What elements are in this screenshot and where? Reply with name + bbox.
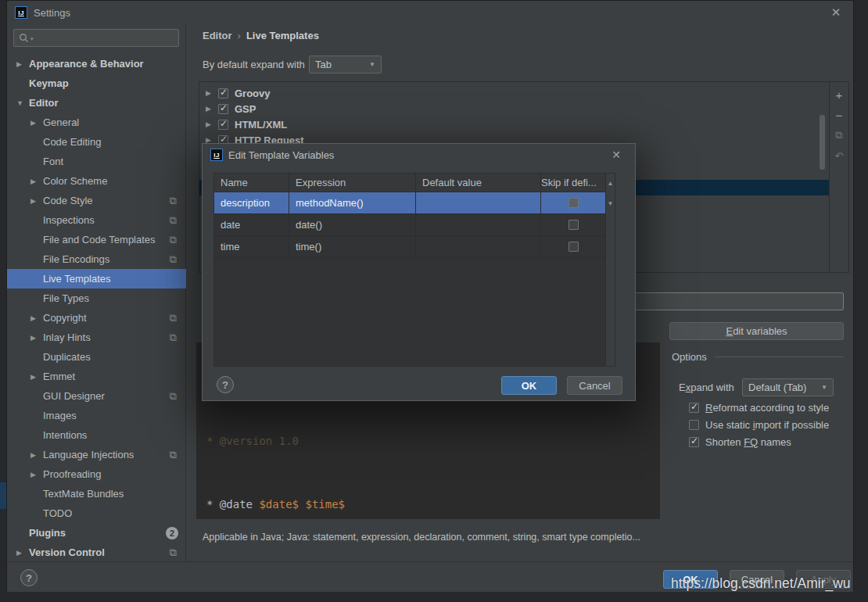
- edit-variables-button[interactable]: Edit variables: [669, 322, 844, 340]
- table-scrollbar[interactable]: ▲ ▼: [605, 174, 615, 366]
- options-section-title: Options: [672, 351, 707, 363]
- remove-icon[interactable]: −: [832, 107, 846, 123]
- sidebar-item-editor[interactable]: Editor: [7, 93, 186, 113]
- template-group-html-xml[interactable]: HTML/XML: [199, 116, 829, 132]
- breadcrumb-editor[interactable]: Editor: [203, 30, 232, 41]
- column-header-default-value[interactable]: Default value: [416, 174, 541, 192]
- chevron-right-icon[interactable]: [206, 105, 218, 113]
- column-header-skip[interactable]: Skip if defi...: [541, 174, 605, 192]
- duplicate-icon[interactable]: ⧉: [832, 127, 846, 143]
- sidebar-item-label: Intentions: [43, 429, 87, 441]
- shareable-settings-icon: ⧉: [170, 234, 177, 246]
- cell-default-value[interactable]: [416, 192, 541, 213]
- cell-default-value[interactable]: [416, 236, 541, 257]
- cell-expression[interactable]: date(): [289, 214, 416, 235]
- shareable-settings-icon: ⧉: [170, 449, 177, 461]
- template-group-groovy[interactable]: Groovy: [199, 85, 829, 101]
- chevron-right-icon[interactable]: [206, 120, 218, 128]
- chevron-right-icon[interactable]: [30, 471, 43, 478]
- close-icon[interactable]: ✕: [828, 5, 844, 20]
- sidebar-item-todo[interactable]: TODO: [7, 503, 186, 523]
- sidebar-item-inspections[interactable]: Inspections⧉: [7, 210, 186, 230]
- help-icon[interactable]: ?: [217, 376, 234, 393]
- skip-checkbox[interactable]: [569, 242, 579, 252]
- sidebar-item-plugins[interactable]: Plugins2: [7, 523, 186, 543]
- help-icon[interactable]: ?: [20, 569, 38, 586]
- chevron-down-icon[interactable]: [16, 99, 29, 107]
- chevron-right-icon[interactable]: [30, 314, 43, 322]
- cell-default-value[interactable]: [416, 214, 541, 235]
- close-icon[interactable]: ✕: [608, 147, 624, 163]
- reformat-checkbox[interactable]: [689, 403, 699, 413]
- sidebar-item-intentions[interactable]: Intentions: [7, 425, 186, 445]
- revert-icon[interactable]: ↶: [832, 148, 846, 163]
- sidebar-item-file-types[interactable]: File Types: [7, 288, 186, 308]
- static-import-checkbox[interactable]: [689, 420, 699, 430]
- sidebar-item-color-scheme[interactable]: Color Scheme: [7, 171, 186, 191]
- sidebar-item-gui-designer[interactable]: GUI Designer⧉: [7, 386, 186, 406]
- dialog-ok-button[interactable]: OK: [501, 376, 557, 395]
- sidebar-item-code-editing[interactable]: Code Editing: [7, 132, 186, 152]
- default-expand-dropdown[interactable]: Tab ▼: [309, 56, 382, 73]
- sidebar-item-language-injections[interactable]: Language Injections⧉: [7, 445, 186, 464]
- sidebar-item-version-control[interactable]: Version Control⧉: [7, 543, 186, 562]
- gsp-checkbox[interactable]: [218, 104, 228, 114]
- table-row-description[interactable]: description methodName(): [214, 192, 605, 214]
- sidebar-item-file-encodings[interactable]: File Encodings⧉: [7, 249, 186, 269]
- column-header-expression[interactable]: Expression: [289, 174, 416, 192]
- sidebar-item-file-and-code-templates[interactable]: File and Code Templates⧉: [7, 230, 186, 249]
- list-scrollbar[interactable]: [820, 115, 825, 170]
- sidebar-item-keymap[interactable]: Keymap: [7, 73, 186, 93]
- chevron-right-icon[interactable]: [206, 89, 218, 97]
- template-group-gsp[interactable]: GSP: [199, 101, 829, 116]
- table-row-time[interactable]: time time(): [214, 236, 605, 258]
- sidebar-item-textmate-bundles[interactable]: TextMate Bundles: [7, 484, 186, 503]
- skip-checkbox[interactable]: [569, 198, 579, 208]
- chevron-right-icon[interactable]: [30, 451, 43, 459]
- chevron-right-icon[interactable]: [16, 60, 29, 68]
- cell-name[interactable]: time: [214, 236, 289, 257]
- skip-checkbox[interactable]: [569, 220, 579, 230]
- shareable-settings-icon: ⧉: [170, 331, 177, 344]
- reformat-option[interactable]: Reformat according to style: [689, 400, 829, 414]
- sidebar-item-label: Language Injections: [43, 449, 134, 460]
- expand-with-dropdown[interactable]: Default (Tab) ▼: [742, 378, 834, 396]
- column-header-name[interactable]: Name: [214, 174, 289, 192]
- chevron-right-icon[interactable]: [30, 177, 43, 185]
- sidebar-item-proofreading[interactable]: Proofreading: [7, 464, 186, 484]
- table-row-date[interactable]: date date(): [214, 214, 605, 236]
- chevron-right-icon[interactable]: [30, 197, 43, 205]
- chevron-right-icon[interactable]: [16, 549, 29, 557]
- sidebar-item-duplicates[interactable]: Duplicates: [7, 347, 186, 367]
- chevron-right-icon[interactable]: [30, 334, 43, 342]
- sidebar-item-copyright[interactable]: Copyright⧉: [7, 308, 186, 328]
- scroll-down-icon[interactable]: ▼: [606, 200, 615, 207]
- template-group-label: HTML/XML: [235, 119, 287, 131]
- search-input[interactable]: ▾: [13, 29, 179, 47]
- code-line-version: * @version 1.0: [206, 431, 345, 452]
- add-icon[interactable]: +: [832, 87, 846, 102]
- chevron-right-icon[interactable]: [30, 119, 43, 127]
- cell-expression[interactable]: methodName(): [289, 192, 416, 213]
- cell-expression[interactable]: time(): [289, 236, 416, 257]
- cell-name[interactable]: date: [214, 214, 289, 235]
- dialog-cancel-button[interactable]: Cancel: [567, 376, 622, 395]
- sidebar-item-emmet[interactable]: Emmet: [7, 367, 186, 386]
- sidebar-item-font[interactable]: Font: [7, 152, 186, 171]
- sidebar-item-live-templates[interactable]: Live Templates: [7, 269, 186, 288]
- sidebar-item-general[interactable]: General: [7, 113, 186, 132]
- sidebar-item-images[interactable]: Images: [7, 406, 186, 425]
- cell-name[interactable]: description: [214, 192, 289, 213]
- sidebar-item-appearance-behavior[interactable]: Appearance & Behavior: [7, 54, 186, 73]
- static-import-option[interactable]: Use static import if possible: [689, 417, 829, 432]
- html-xml-checkbox[interactable]: [218, 120, 228, 130]
- sidebar-item-code-style[interactable]: Code Style⧉: [7, 191, 186, 210]
- scroll-up-icon[interactable]: ▲: [606, 180, 615, 187]
- shorten-fq-option[interactable]: Shorten FQ names: [689, 435, 791, 449]
- shorten-fq-checkbox[interactable]: [689, 437, 699, 447]
- sidebar-item-inlay-hints[interactable]: Inlay Hints⧉: [7, 328, 186, 347]
- templates-toolbar: + − ⧉ ↶: [830, 81, 849, 273]
- options-divider: [715, 357, 844, 357]
- groovy-checkbox[interactable]: [218, 88, 228, 99]
- chevron-right-icon[interactable]: [30, 373, 43, 381]
